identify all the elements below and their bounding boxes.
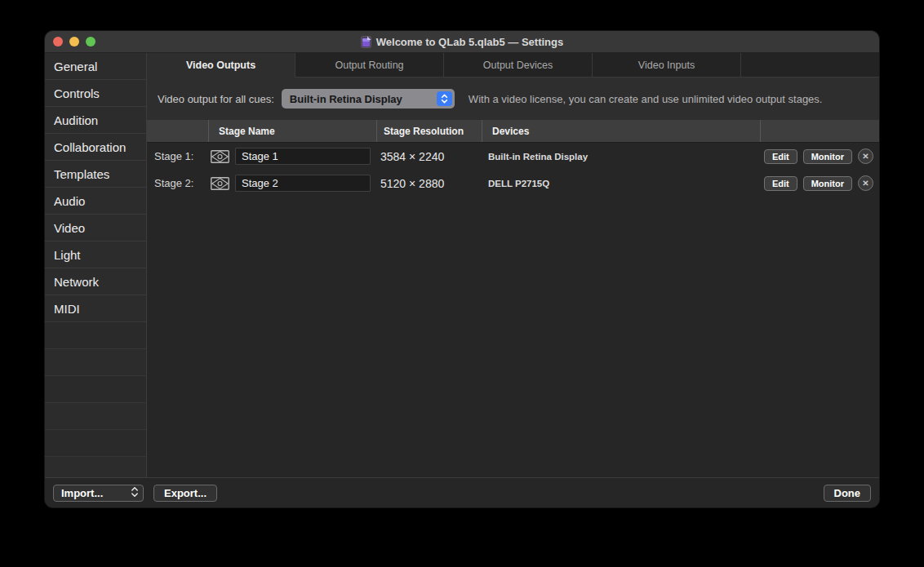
stage-icon bbox=[211, 177, 229, 190]
sidebar-item-light[interactable]: Light bbox=[45, 241, 146, 268]
header-stage-name: Stage Name bbox=[208, 120, 376, 142]
edit-stage-button[interactable]: Edit bbox=[764, 176, 797, 191]
output-selector-label: Video output for all cues: bbox=[158, 93, 274, 105]
sidebar-item-video[interactable]: Video bbox=[45, 215, 146, 241]
sidebar-item-network[interactable]: Network bbox=[45, 268, 146, 295]
export-button[interactable]: Export... bbox=[153, 485, 217, 502]
stage-resolution-value: 3584 × 2240 bbox=[376, 150, 482, 163]
window-title: Welcome to QLab 5.qlab5 — Settings bbox=[376, 36, 563, 48]
app-icon bbox=[361, 36, 371, 48]
sidebar-item-controls[interactable]: Controls bbox=[45, 80, 146, 107]
stage-resolution-value: 5120 × 2880 bbox=[376, 177, 482, 190]
stages-table-body: Stage 1: 3584 × 2240 Built-in Retina Dis… bbox=[147, 143, 879, 477]
tab-video-outputs[interactable]: Video Outputs bbox=[147, 53, 295, 78]
x-icon: ✕ bbox=[862, 152, 868, 161]
traffic-lights bbox=[45, 37, 96, 47]
sidebar-empty-row bbox=[45, 349, 146, 376]
sidebar-item-midi[interactable]: MIDI bbox=[45, 295, 146, 322]
table-row: Stage 2: 5120 × 2880 DELL P2715Q Edit M bbox=[147, 170, 879, 197]
title-bar: Welcome to QLab 5.qlab5 — Settings bbox=[45, 31, 879, 53]
tab-output-routing[interactable]: Output Routing bbox=[295, 53, 444, 78]
video-output-dropdown[interactable]: Built-in Retina Display bbox=[282, 89, 455, 109]
stage-device-value: Built-in Retina Display bbox=[482, 152, 760, 162]
settings-window: Welcome to QLab 5.qlab5 — Settings Gener… bbox=[45, 31, 879, 507]
stage-name-input[interactable] bbox=[235, 148, 371, 165]
settings-sidebar: General Controls Audition Collaboration … bbox=[45, 53, 147, 477]
stage-device-value: DELL P2715Q bbox=[482, 179, 760, 188]
remove-stage-button[interactable]: ✕ bbox=[858, 175, 873, 191]
stepper-chevrons-icon bbox=[131, 486, 139, 500]
header-actions-blank bbox=[760, 120, 879, 142]
table-row: Stage 1: 3584 × 2240 Built-in Retina Dis… bbox=[147, 143, 879, 170]
stages-table-header: Stage Name Stage Resolution Devices bbox=[147, 120, 879, 143]
dropdown-chevrons-icon bbox=[437, 91, 452, 106]
header-blank bbox=[147, 120, 208, 142]
header-stage-resolution: Stage Resolution bbox=[376, 120, 482, 142]
stage-row-label: Stage 2: bbox=[147, 177, 208, 189]
video-tab-bar: Video Outputs Output Routing Output Devi… bbox=[147, 53, 879, 78]
header-devices: Devices bbox=[482, 120, 760, 142]
sidebar-empty-row bbox=[45, 430, 146, 457]
video-settings-panel: Video Outputs Output Routing Output Devi… bbox=[147, 53, 879, 477]
import-dropdown[interactable]: Import... bbox=[53, 485, 144, 502]
stage-name-input[interactable] bbox=[235, 175, 371, 192]
sidebar-item-audition[interactable]: Audition bbox=[45, 107, 146, 134]
sidebar-item-audio[interactable]: Audio bbox=[45, 188, 146, 215]
minimize-button[interactable] bbox=[69, 37, 79, 47]
tab-bar-filler bbox=[741, 53, 879, 78]
x-icon: ✕ bbox=[862, 179, 868, 188]
video-output-dropdown-value: Built-in Retina Display bbox=[290, 93, 402, 105]
monitor-stage-button[interactable]: Monitor bbox=[803, 149, 852, 164]
stage-row-label: Stage 1: bbox=[147, 150, 208, 162]
stage-icon bbox=[211, 150, 229, 163]
sidebar-empty-row bbox=[45, 457, 146, 477]
output-selector-row: Video output for all cues: Built-in Reti… bbox=[147, 78, 879, 120]
sidebar-empty-row bbox=[45, 322, 146, 349]
tab-output-devices[interactable]: Output Devices bbox=[444, 53, 593, 78]
done-button[interactable]: Done bbox=[824, 485, 872, 502]
zoom-button[interactable] bbox=[86, 37, 96, 47]
monitor-stage-button[interactable]: Monitor bbox=[803, 176, 852, 191]
footer-bar: Import... Export... Done bbox=[45, 477, 879, 507]
tab-video-inputs[interactable]: Video Inputs bbox=[593, 53, 741, 78]
sidebar-item-general[interactable]: General bbox=[45, 53, 146, 80]
remove-stage-button[interactable]: ✕ bbox=[858, 148, 873, 164]
sidebar-empty-row bbox=[45, 403, 146, 430]
close-button[interactable] bbox=[53, 37, 63, 47]
edit-stage-button[interactable]: Edit bbox=[764, 149, 797, 164]
license-note: With a video license, you can create and… bbox=[469, 93, 823, 105]
import-dropdown-label: Import... bbox=[61, 487, 103, 499]
sidebar-item-templates[interactable]: Templates bbox=[45, 161, 146, 188]
sidebar-item-collaboration[interactable]: Collaboration bbox=[45, 134, 146, 161]
sidebar-empty-row bbox=[45, 376, 146, 403]
